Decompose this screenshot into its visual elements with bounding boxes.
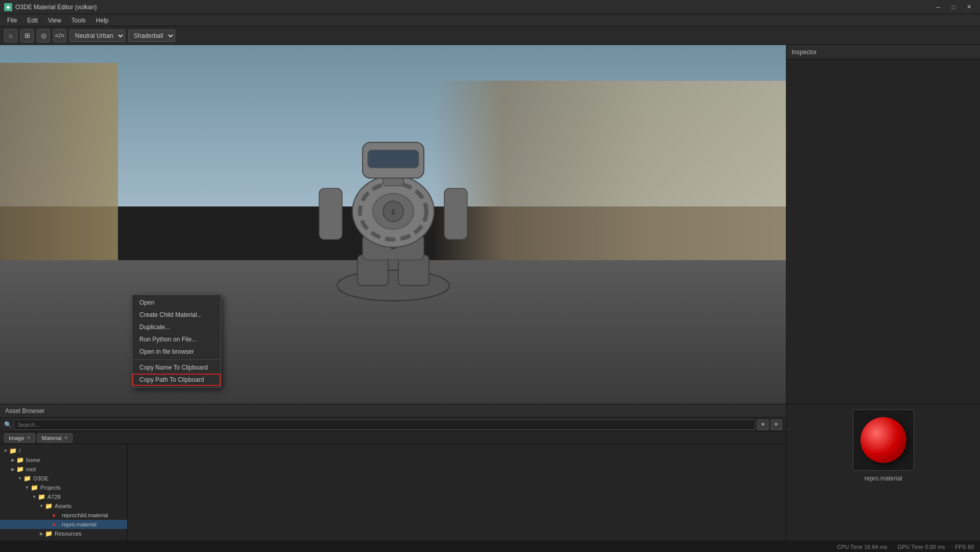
close-button[interactable]: ✕ — [962, 2, 976, 12]
menu-tools[interactable]: Tools — [66, 16, 91, 25]
tree-label: Projects — [40, 485, 61, 491]
folder-icon: 📁 — [45, 530, 53, 537]
svg-rect-12 — [368, 150, 419, 168]
title-bar: ◆ O3DE Material Editor (vulkan) ─ □ ✕ — [0, 0, 980, 14]
tab-image[interactable]: Image ✕ — [4, 433, 35, 443]
tree-item-reprochild[interactable]: ● reprochild.material — [0, 511, 127, 520]
lighting-dropdown[interactable]: Neutral Urban — [69, 30, 125, 42]
inspector-panel: Inspector — [786, 45, 980, 404]
menu-file[interactable]: File — [2, 16, 22, 25]
material-preview — [853, 409, 914, 471]
window-controls: ─ □ ✕ — [931, 2, 976, 12]
tree-label: O3DE — [33, 475, 49, 481]
tab-image-close[interactable]: ✕ — [27, 435, 31, 441]
material-preview-circle — [861, 417, 906, 463]
svg-text:2: 2 — [391, 208, 395, 216]
material-preview-area: repro.material — [786, 404, 980, 552]
tree-item-projects[interactable]: ▼ 📁 Projects — [0, 483, 127, 492]
tree-arrow: ▶ — [38, 531, 45, 536]
tree-item-repro[interactable]: ● repro.material — [0, 520, 127, 529]
tree-arrow: ▶ — [9, 467, 16, 472]
tree-arrow: ▶ — [9, 457, 16, 463]
asset-browser-title: Asset Browser — [5, 407, 44, 415]
material-name-label: repro.material — [864, 475, 902, 482]
tree-item-a728[interactable]: ▼ 📁 A728 — [0, 492, 127, 501]
minimize-button[interactable]: ─ — [931, 2, 945, 12]
tree-arrow: ▼ — [16, 476, 23, 481]
tab-material-close[interactable]: ✕ — [64, 435, 68, 441]
inspector-side-bottom: repro.material — [786, 404, 980, 552]
asset-browser-header: Asset Browser — [0, 404, 786, 418]
menu-edit[interactable]: Edit — [22, 16, 43, 25]
tab-material[interactable]: Material ✕ — [37, 433, 73, 443]
maximize-button[interactable]: □ — [946, 2, 961, 12]
asset-browser-main-area — [128, 444, 786, 552]
tree-label: reprochild.material — [62, 512, 108, 518]
tree-item-resources[interactable]: ▶ 📁 Resources — [0, 529, 127, 538]
tree-item-assets[interactable]: ▼ 📁 Assets — [0, 501, 127, 511]
bottom-section: Asset Browser 🔍 ▼ 👁 Image ✕ Material ✕ — [0, 404, 980, 552]
asset-browser: Asset Browser 🔍 ▼ 👁 Image ✕ Material ✕ — [0, 404, 786, 552]
toolbar-home-button[interactable]: ⌂ — [4, 29, 17, 42]
tree-item-o3de[interactable]: ▼ 📁 O3DE — [0, 474, 127, 483]
asset-tree: ▼ 📁 / ▶ 📁 home ▶ 📁 root — [0, 444, 128, 552]
buildings-right — [432, 81, 786, 278]
search-input[interactable] — [14, 420, 755, 430]
menu-help[interactable]: Help — [91, 16, 114, 25]
svg-point-0 — [337, 270, 449, 301]
svg-rect-14 — [444, 189, 467, 240]
tree-label: Resources — [55, 531, 82, 537]
tree-label: repro.material — [62, 521, 97, 527]
tree-label: Assets — [55, 503, 71, 509]
cpu-time: CPU Time 16.64 ms — [837, 544, 887, 550]
gpu-time: GPU Time 0.00 ms — [897, 544, 945, 550]
asset-browser-content: ▼ 📁 / ▶ 📁 home ▶ 📁 root — [0, 444, 786, 552]
fps: FPS 60 — [955, 544, 974, 550]
inspector-header: Inspector — [786, 45, 980, 59]
ctx-separator — [132, 359, 221, 360]
folder-icon: 📁 — [23, 475, 32, 482]
inspector-content — [786, 59, 980, 404]
tree-arrow: ▼ — [2, 448, 9, 453]
tree-arrow: ▼ — [23, 485, 31, 490]
ctx-run-python[interactable]: Run Python on File... — [132, 333, 221, 346]
tree-label: root — [26, 466, 36, 472]
viewport-area[interactable]: 2 2 — [0, 45, 786, 404]
ctx-copy-name[interactable]: Copy Name To Clipboard — [132, 361, 221, 374]
menu-view[interactable]: View — [43, 16, 66, 25]
toolbar-code-button[interactable]: </> — [53, 29, 66, 42]
asset-browser-tabs: Image ✕ Material ✕ — [0, 432, 786, 444]
search-icon: 🔍 — [4, 421, 12, 428]
tree-label: A728 — [47, 494, 61, 500]
toggle-thumbnails-button[interactable]: 👁 — [771, 420, 782, 430]
folder-icon: 📁 — [16, 456, 25, 464]
folder-icon: 📁 — [38, 493, 46, 500]
ctx-duplicate[interactable]: Duplicate... — [132, 321, 221, 333]
ctx-open-in-browser[interactable]: Open in file browser — [132, 346, 221, 358]
ctx-create-child[interactable]: Create Child Material... — [132, 309, 221, 321]
window-title: O3DE Material Editor (vulkan) — [15, 4, 97, 11]
file-mat-icon: ● — [52, 521, 60, 528]
folder-icon: 📁 — [45, 502, 53, 510]
folder-icon: 📁 — [16, 466, 25, 473]
tree-item-home[interactable]: ▶ 📁 home — [0, 455, 127, 465]
ctx-open[interactable]: Open — [132, 296, 221, 309]
context-menu: Open Create Child Material... Duplicate.… — [132, 294, 221, 388]
tree-arrow — [45, 513, 52, 518]
shading-dropdown[interactable]: Shaderball — [128, 30, 175, 42]
ctx-copy-path[interactable]: Copy Path To Clipboard — [132, 374, 221, 386]
tree-arrow: ▼ — [38, 503, 45, 509]
toolbar-grid-button[interactable]: ⊞ — [20, 29, 34, 42]
app-icon: ◆ — [4, 3, 12, 11]
shaderball-robot: 2 2 — [317, 112, 470, 306]
menu-bar: File Edit View Tools Help — [0, 14, 980, 27]
svg-rect-13 — [319, 189, 342, 240]
tree-label: / — [19, 448, 20, 454]
toolbar-sphere-button[interactable]: ◎ — [37, 29, 50, 42]
title-bar-left: ◆ O3DE Material Editor (vulkan) — [4, 3, 97, 11]
toolbar: ⌂ ⊞ ◎ </> Neutral Urban Shaderball — [0, 27, 980, 45]
tree-item-rootfolder[interactable]: ▶ 📁 root — [0, 465, 127, 474]
filter-button[interactable]: ▼ — [757, 420, 769, 430]
tree-item-root[interactable]: ▼ 📁 / — [0, 446, 127, 455]
folder-icon: 📁 — [31, 484, 39, 491]
